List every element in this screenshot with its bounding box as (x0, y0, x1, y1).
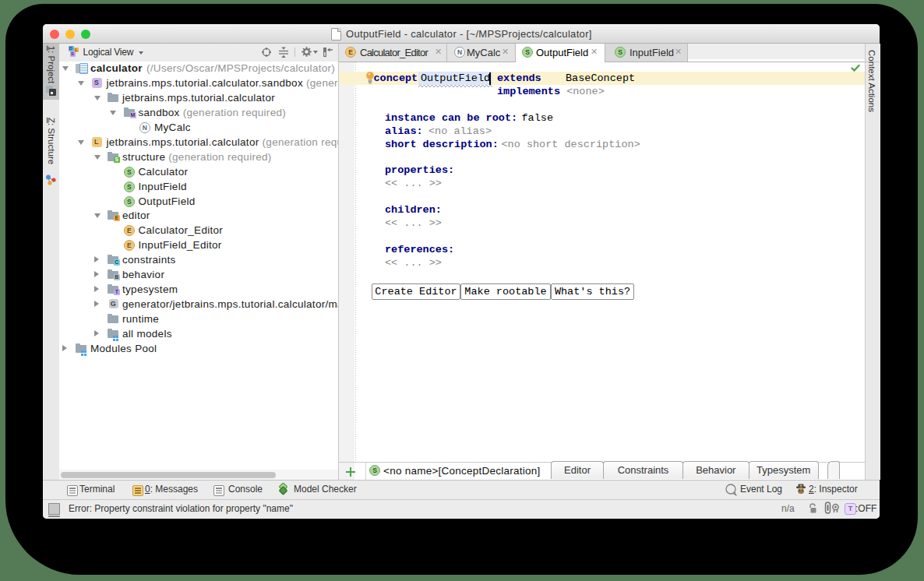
svg-text:★: ★ (799, 484, 802, 488)
